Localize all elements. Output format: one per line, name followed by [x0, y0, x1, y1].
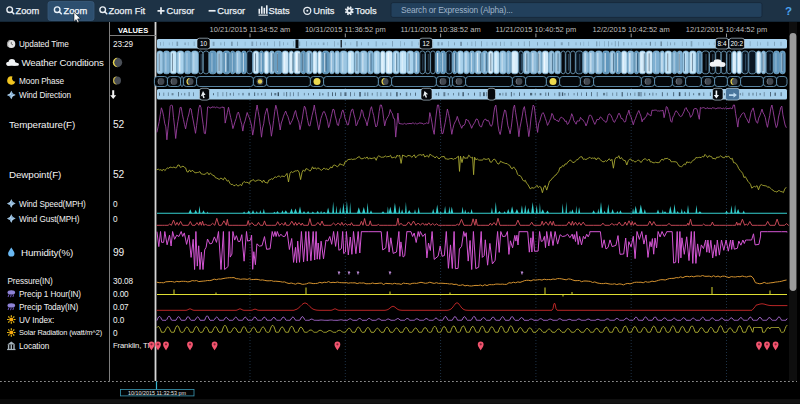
svg-text:23:29: 23:29: [113, 40, 134, 49]
svg-text:Stats: Stats: [269, 6, 291, 16]
svg-text:Franklin, TN: Franklin, TN: [113, 341, 153, 350]
svg-text:UV Index:: UV Index:: [19, 316, 54, 325]
svg-text:30.08: 30.08: [113, 277, 134, 286]
svg-text:Dewpoint(F): Dewpoint(F): [9, 169, 61, 180]
svg-text:Updated Time: Updated Time: [19, 40, 69, 49]
svg-text:8:4: 8:4: [718, 40, 727, 47]
svg-text:Zoom: Zoom: [16, 6, 40, 16]
svg-text:Wind Direction: Wind Direction: [19, 91, 71, 100]
svg-text:Humidity(%): Humidity(%): [21, 247, 73, 258]
svg-text:52: 52: [113, 119, 125, 130]
svg-text:10/10/2015 11:32:53 pm: 10/10/2015 11:32:53 pm: [128, 390, 187, 396]
svg-text:?: ?: [785, 5, 792, 17]
svg-text:Cursor: Cursor: [217, 6, 245, 16]
svg-text:10/21/2015 11:34:52 am: 10/21/2015 11:34:52 am: [210, 25, 291, 34]
svg-text:Moon Phase: Moon Phase: [19, 77, 65, 86]
svg-text:VALUES: VALUES: [118, 26, 148, 35]
svg-text:Wind Gust(MPH): Wind Gust(MPH): [19, 215, 80, 224]
svg-text:0: 0: [113, 329, 118, 338]
svg-text:0: 0: [113, 200, 118, 209]
svg-text:Precip 1 Hour(IN): Precip 1 Hour(IN): [19, 290, 81, 299]
svg-text:20:2: 20:2: [731, 40, 744, 47]
svg-text:11/21/2015 10:40:52 pm: 11/21/2015 10:40:52 pm: [496, 25, 577, 34]
svg-text:12/12/2015 10:44:52 pm: 12/12/2015 10:44:52 pm: [686, 25, 767, 34]
svg-text:0.0: 0.0: [113, 316, 125, 325]
svg-text:0.00: 0.00: [113, 290, 129, 299]
svg-text:Units: Units: [313, 6, 335, 16]
svg-text:0: 0: [113, 215, 118, 224]
svg-text:Precip Today(IN): Precip Today(IN): [19, 303, 79, 312]
svg-text:Temperature(F): Temperature(F): [9, 119, 75, 130]
svg-text:Zoom Fit: Zoom Fit: [109, 6, 146, 16]
svg-text:10/31/2015 11:36:52 pm: 10/31/2015 11:36:52 pm: [305, 25, 386, 34]
svg-text:10: 10: [200, 40, 208, 47]
svg-text:12/2/2015 10:42:52 am: 12/2/2015 10:42:52 am: [593, 25, 670, 34]
svg-text:Tools: Tools: [355, 6, 377, 16]
svg-text:Wind Speed(MPH): Wind Speed(MPH): [19, 200, 86, 209]
svg-text:Solar Radiation (watt/m^2): Solar Radiation (watt/m^2): [19, 328, 102, 337]
svg-text:52: 52: [113, 169, 125, 180]
svg-text:Weather Conditions: Weather Conditions: [22, 57, 105, 68]
svg-text:11/11/2015 10:38:52 am: 11/11/2015 10:38:52 am: [400, 25, 480, 34]
svg-text:Location: Location: [19, 342, 50, 351]
svg-text:Pressure(IN): Pressure(IN): [8, 277, 54, 286]
svg-text:Cursor: Cursor: [167, 6, 195, 16]
svg-text:0.07: 0.07: [113, 303, 129, 312]
svg-text:Search or Expression (Alpha)..: Search or Expression (Alpha)...: [401, 5, 513, 15]
svg-text:99: 99: [113, 247, 125, 258]
svg-text:12: 12: [422, 40, 430, 47]
